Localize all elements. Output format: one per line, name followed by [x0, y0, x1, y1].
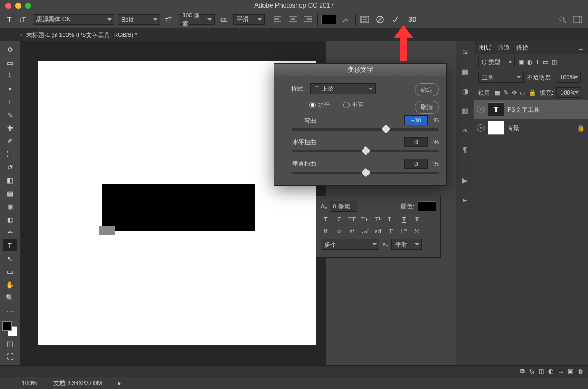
styles-panel-icon[interactable]: ▥	[460, 106, 470, 115]
color-picker[interactable]	[2, 321, 17, 336]
layer-row-text[interactable]: T PS文字工具	[474, 100, 588, 119]
screenmode-icon[interactable]: ⛶	[3, 350, 17, 362]
filter-smart-icon[interactable]: ◫	[552, 59, 557, 66]
layer-row-background[interactable]: 背景 🔒	[474, 119, 588, 137]
warp-style-select[interactable]: ⌒ 上弦	[310, 83, 376, 94]
quick-select-tool-icon[interactable]: ✦	[3, 83, 17, 95]
font-size-select[interactable]: 100 像素	[179, 14, 215, 25]
antialias-select[interactable]: 平滑	[233, 14, 265, 25]
smallcaps-icon[interactable]: Tᴛ	[360, 215, 370, 224]
commit-edit-icon[interactable]	[389, 14, 401, 26]
layer-filter-select[interactable]: Q 类型	[478, 57, 515, 67]
character-panel-icon[interactable]: A	[460, 125, 470, 135]
close-tab-icon[interactable]: ×	[20, 32, 23, 38]
adjustments-panel-icon[interactable]: ◑	[460, 86, 470, 96]
ok-button[interactable]: 确定	[415, 83, 439, 96]
toggle-orientation-icon[interactable]: ↓T	[17, 14, 29, 26]
minimize-window-icon[interactable]	[15, 3, 21, 9]
paragraph-panel-icon[interactable]: ¶	[460, 145, 470, 155]
charcolor-swatch[interactable]	[418, 201, 436, 211]
vdist-slider[interactable]	[292, 172, 439, 174]
lock-artboard-icon[interactable]: ▭	[520, 89, 525, 96]
slashed-icon[interactable]: ½	[412, 227, 422, 236]
align-left-icon[interactable]	[272, 14, 284, 26]
gradient-tool-icon[interactable]: ▤	[3, 187, 17, 199]
new-layer-icon[interactable]: ▣	[568, 368, 573, 375]
italic-icon[interactable]: T	[334, 215, 344, 224]
filter-image-icon[interactable]: ▣	[518, 59, 524, 66]
zoom-window-icon[interactable]	[25, 3, 31, 9]
contextual-icon[interactable]: ᴏ	[334, 227, 344, 236]
hdist-input[interactable]: 0	[404, 137, 428, 147]
lock-brush-icon[interactable]: ✎	[504, 89, 509, 96]
font-weight-select[interactable]: Bold	[118, 14, 160, 25]
hand-tool-icon[interactable]: ✋	[3, 279, 17, 291]
adjustment-layer-icon[interactable]: ◐	[548, 368, 554, 375]
eraser-tool-icon[interactable]: ◧	[3, 174, 17, 186]
pen-tool-icon[interactable]: ✒	[3, 226, 17, 238]
language-select[interactable]: 多个	[321, 239, 379, 250]
doc-info-menu-icon[interactable]: ▸	[118, 380, 121, 387]
document-tab[interactable]: 未标题-1 @ 100% (PS文字工具, RGB/8) *	[26, 31, 137, 39]
delete-layer-icon[interactable]: 🗑	[578, 368, 584, 375]
shape-tool-icon[interactable]: ▭	[3, 265, 17, 277]
char-aa-select[interactable]: 平滑	[391, 239, 422, 250]
panel-menu-icon[interactable]: ≡	[579, 45, 583, 51]
more-tools-icon[interactable]: ⋯	[3, 305, 17, 317]
lock-move-icon[interactable]: ✥	[512, 89, 517, 96]
tab-layers[interactable]: 图层	[479, 44, 491, 52]
dodge-tool-icon[interactable]: ◐	[3, 213, 17, 225]
baseline-input[interactable]: 0 像素	[330, 201, 357, 212]
warp-text-icon[interactable]: T	[340, 14, 352, 26]
fractions-icon[interactable]: 1ˢᵗ	[399, 227, 409, 236]
lock-pixels-icon[interactable]: ▦	[495, 89, 500, 96]
align-center-icon[interactable]	[287, 14, 299, 26]
layer-fx-icon[interactable]: fx	[529, 368, 534, 375]
actions-panel-icon[interactable]: ▶	[460, 175, 470, 185]
titling-icon[interactable]: ad	[373, 227, 383, 236]
blend-mode-select[interactable]: 正常	[478, 72, 524, 83]
swash-icon[interactable]: st	[347, 227, 357, 236]
eyedropper-tool-icon[interactable]: ✎	[3, 109, 17, 121]
zoom-tool-icon[interactable]: 🔍	[3, 292, 17, 304]
font-family-select[interactable]: 思源黑体 CN	[33, 14, 114, 25]
filter-adjust-icon[interactable]: ◐	[527, 59, 532, 66]
lock-all-icon[interactable]: 🔒	[529, 89, 536, 96]
horizontal-radio[interactable]: 水平	[309, 101, 330, 109]
lasso-tool-icon[interactable]: ⌇	[3, 70, 17, 82]
bold-icon[interactable]: T	[321, 215, 330, 224]
crop-tool-icon[interactable]: ⟂	[3, 96, 17, 108]
ordinals-icon[interactable]: T	[386, 227, 396, 236]
blur-tool-icon[interactable]: ◉	[3, 200, 17, 212]
text-color-swatch[interactable]	[321, 15, 336, 24]
vertical-radio[interactable]: 垂直	[343, 101, 364, 109]
close-window-icon[interactable]	[5, 3, 11, 9]
stamp-tool-icon[interactable]: ⛶	[3, 148, 17, 160]
marquee-tool-icon[interactable]: ▭	[3, 57, 17, 69]
tab-paths[interactable]: 路径	[516, 44, 528, 52]
filter-type-icon[interactable]: T	[536, 59, 540, 65]
ligature-icon[interactable]: fi	[321, 227, 330, 236]
visibility-toggle-icon[interactable]	[477, 124, 485, 132]
visibility-toggle-icon[interactable]	[477, 106, 485, 113]
group-icon[interactable]: ▭	[558, 368, 564, 375]
cancel-button[interactable]: 取消	[415, 101, 439, 114]
workspace-icon[interactable]	[572, 14, 584, 26]
allcaps-icon[interactable]: TT	[347, 215, 357, 224]
filter-shape-icon[interactable]: ▭	[543, 59, 548, 66]
bend-input[interactable]: +30	[404, 115, 428, 125]
path-select-tool-icon[interactable]: ↖	[3, 252, 17, 264]
bend-slider[interactable]	[292, 128, 439, 131]
stylistic-icon[interactable]: 𝒜	[360, 227, 370, 236]
align-right-icon[interactable]	[302, 14, 314, 26]
subscript-icon[interactable]: T₁	[386, 215, 396, 224]
strikethrough-icon[interactable]: Ŧ	[412, 215, 422, 224]
layer-mask-icon[interactable]: ◫	[538, 368, 544, 375]
cancel-edit-icon[interactable]	[374, 14, 386, 26]
vdist-input[interactable]: 0	[404, 159, 428, 169]
zoom-level[interactable]: 100%	[22, 380, 37, 386]
superscript-icon[interactable]: T¹	[373, 215, 383, 224]
fill-select[interactable]: 100%	[556, 87, 581, 98]
3d-button[interactable]: 3D	[407, 14, 419, 26]
brush-tool-icon[interactable]: ✐	[3, 135, 17, 147]
